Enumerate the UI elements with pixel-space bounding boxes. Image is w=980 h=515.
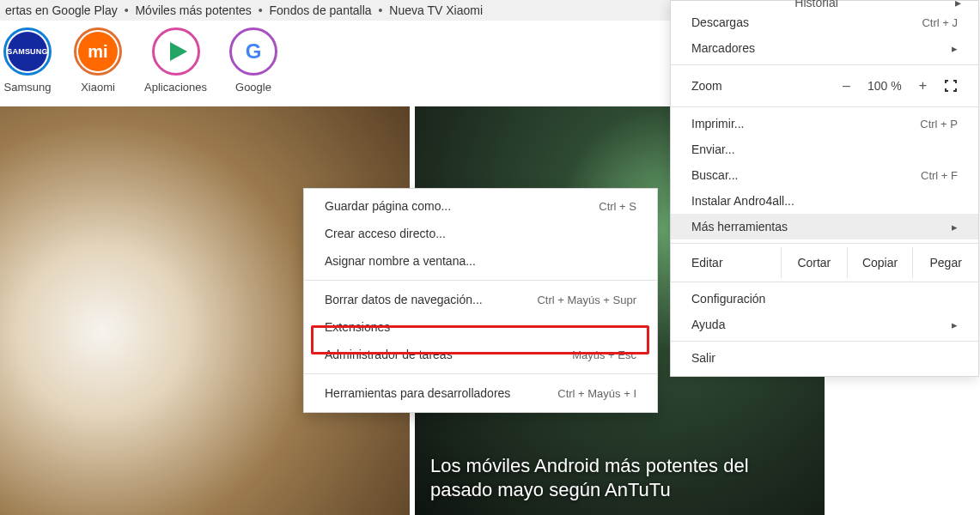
shortcut-text: Ctrl + Mayús + Supr [537, 294, 636, 306]
menu-item-imprimir[interactable]: Imprimir... Ctrl + P [671, 111, 978, 136]
edit-copiar[interactable]: Copiar [847, 247, 913, 278]
shortcut-xiaomi[interactable]: mi Xiaomi [74, 27, 122, 94]
shortcut-apps[interactable]: Aplicaciones [144, 27, 207, 94]
shortcut-label: Google [235, 81, 271, 94]
shortcut-label: Aplicaciones [144, 81, 207, 94]
shortcut-label: Xiaomi [81, 81, 115, 94]
tile-caption: Los móviles Android más potentes del pas… [430, 454, 809, 503]
menu-edit-row: Editar Cortar Copiar Pegar [671, 247, 978, 278]
chrome-main-menu: Historial ▸ Descargas Ctrl + J Marcadore… [670, 0, 979, 377]
fullscreen-icon[interactable] [944, 79, 958, 93]
menu-separator [671, 106, 978, 107]
menu-separator [671, 64, 978, 65]
shortcut-text: Ctrl + S [599, 200, 636, 213]
separator-dot: • [121, 3, 132, 17]
zoom-value: 100 % [867, 79, 902, 93]
menu-item-marcadores[interactable]: Marcadores ▸ [671, 35, 978, 61]
submenu-borrar-datos[interactable]: Borrar datos de navegación... Ctrl + May… [304, 286, 657, 313]
samsung-icon: SAMSUNG [3, 27, 52, 76]
menu-item-descargas[interactable]: Descargas Ctrl + J [671, 9, 978, 35]
xiaomi-icon: mi [74, 27, 122, 76]
zoom-out-button[interactable]: – [843, 78, 850, 94]
menu-item-configuracion[interactable]: Configuración [671, 286, 978, 312]
shortcut-label: Samsung [4, 81, 52, 94]
shortcut-samsung[interactable]: SAMSUNG Samsung [3, 27, 52, 94]
separator-dot: • [255, 3, 266, 17]
top-link[interactable]: Nueva TV Xiaomi [389, 3, 483, 17]
menu-separator [671, 282, 978, 282]
chevron-right-icon: ▸ [952, 318, 958, 331]
menu-item-historial[interactable]: Historial ▸ [794, 0, 961, 9]
menu-separator [304, 373, 657, 374]
menu-item-salir[interactable]: Salir [671, 345, 978, 371]
shortcut-text: Ctrl + Mayús + I [557, 387, 636, 400]
submenu-nombre-ventana[interactable]: Asignar nombre a ventana... [304, 247, 657, 275]
top-link[interactable]: Móviles más potentes [135, 3, 251, 17]
edit-label: Editar [671, 256, 781, 270]
menu-item-ayuda[interactable]: Ayuda ▸ [671, 312, 978, 337]
zoom-label: Zoom [691, 79, 843, 93]
shortcut-text: Ctrl + P [920, 118, 958, 130]
menu-item-mas-herramientas[interactable]: Más herramientas ▸ [671, 214, 978, 239]
top-link[interactable]: Fondos de pantalla [270, 3, 372, 17]
submenu-administrador-tareas[interactable]: Administrador de tareas Mayús + Esc [304, 341, 657, 368]
menu-item-enviar[interactable]: Enviar... [671, 136, 978, 162]
menu-item-buscar[interactable]: Buscar... Ctrl + F [671, 162, 978, 188]
submenu-acceso-directo[interactable]: Crear acceso directo... [304, 220, 657, 247]
menu-item-zoom: Zoom – 100 % + [671, 69, 978, 103]
zoom-in-button[interactable]: + [919, 78, 927, 94]
top-links-bar: ertas en Google Play • Móviles más poten… [0, 0, 670, 21]
mas-herramientas-submenu: Guardar página como... Ctrl + S Crear ac… [303, 188, 658, 413]
menu-separator [671, 341, 978, 342]
shortcut-text: Mayús + Esc [572, 348, 636, 361]
chevron-right-icon: ▸ [952, 42, 958, 55]
google-icon: G [229, 27, 277, 76]
chevron-right-icon: ▸ [952, 221, 958, 233]
submenu-dev-tools[interactable]: Herramientas para desarrolladores Ctrl +… [304, 379, 657, 407]
top-link[interactable]: ertas en Google Play [5, 3, 118, 17]
shortcut-google[interactable]: G Google [229, 27, 277, 94]
submenu-guardar[interactable]: Guardar página como... Ctrl + S [304, 192, 657, 220]
shortcut-text: Ctrl + J [922, 16, 958, 29]
play-icon [152, 27, 200, 76]
shortcut-text: Ctrl + F [921, 169, 958, 182]
menu-item-instalar[interactable]: Instalar Andro4all... [671, 188, 978, 214]
submenu-extensiones[interactable]: Extensiones [304, 313, 657, 341]
edit-cortar[interactable]: Cortar [781, 247, 847, 278]
separator-dot: • [375, 3, 387, 17]
edit-pegar[interactable]: Pegar [912, 247, 978, 278]
menu-separator [671, 243, 978, 244]
menu-separator [304, 280, 657, 281]
